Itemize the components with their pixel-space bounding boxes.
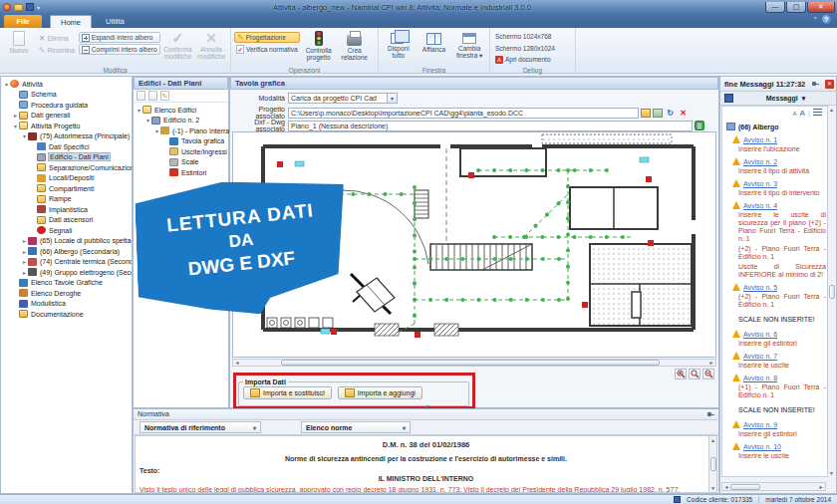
scroll-right-icon[interactable]: ► (817, 484, 825, 490)
tree-item[interactable]: ▾Attività (1, 79, 132, 90)
new-item-icon[interactable] (137, 91, 145, 101)
tree-item[interactable]: Rampe (1, 194, 132, 205)
close-panel-icon[interactable]: ✕ (825, 80, 834, 89)
scroll-right-icon[interactable]: ► (707, 360, 715, 366)
edit-item-icon[interactable]: ✎ (160, 91, 169, 101)
warning-link[interactable]: Avviso n. 4 (743, 202, 777, 209)
open-icon[interactable] (14, 4, 23, 11)
warning-link[interactable]: Avviso n. 6 (743, 331, 777, 338)
canvas-horizontal-scrollbar[interactable]: ◄ ► (232, 359, 716, 367)
tree-item[interactable]: Schema (1, 90, 132, 101)
tree-item[interactable]: Segnali (1, 225, 132, 236)
tree-item[interactable]: ▾Edificio n. 2 (134, 116, 228, 126)
splitter-collapse-icon[interactable]: ▼ (424, 404, 430, 410)
tree-item[interactable]: ▸(66) Albergo (Secondaria) (1, 246, 132, 257)
maximize-button[interactable]: ▢ (786, 2, 806, 13)
apri-documento-button[interactable]: A Apri documento (493, 54, 557, 65)
warning-item[interactable]: Avviso n. 1 (722, 132, 834, 144)
preview-icon[interactable] (653, 109, 663, 118)
scroll-thumb[interactable] (829, 285, 835, 299)
expand-icon[interactable]: ▸ (21, 237, 28, 244)
warning-link[interactable]: Avviso n. 2 (743, 158, 777, 165)
tab-file[interactable]: File (4, 15, 42, 28)
tree-item[interactable]: Locali/Depositi (1, 173, 132, 184)
warning-link[interactable]: Avviso n. 9 (743, 421, 777, 428)
scroll-up-icon[interactable]: ▲ (828, 107, 836, 113)
warning-item[interactable]: Avviso n. 3 (722, 176, 834, 188)
elimina-button[interactable]: ✕ Elimina (37, 33, 77, 44)
tree-item[interactable]: Compartimenti (1, 183, 132, 194)
messages-vertical-scrollbar[interactable]: ▲ ▼ (827, 106, 835, 477)
crea-relazione-button[interactable]: Crea relazione (338, 30, 372, 65)
tree-item[interactable]: Estintori (134, 167, 228, 178)
warning-link[interactable]: Avviso n. 10 (743, 443, 781, 450)
warning-item[interactable]: Avviso n. 9 (722, 417, 834, 429)
tree-item[interactable]: Documentazione (1, 309, 132, 320)
warning-link[interactable]: Avviso n. 8 (743, 375, 777, 381)
comprimi-albero-button[interactable]: Comprimi intero albero (79, 44, 160, 55)
save-messages-icon[interactable] (724, 94, 733, 103)
normativa-document[interactable]: D.M. n. 38 del 01/02/1986 Norme di sicur… (135, 435, 717, 493)
browse-folder-icon[interactable] (641, 109, 651, 118)
collapse-icon[interactable]: ▾ (136, 107, 142, 114)
scroll-thumb[interactable] (710, 457, 716, 471)
tree-item[interactable]: Elenco Tavole Grafiche (1, 278, 132, 289)
tree-item[interactable]: ▾(75) Autorimessa (Principale) (1, 131, 132, 142)
nuovo-button[interactable]: Nuovo (3, 30, 35, 65)
expand-icon[interactable]: ▸ (21, 258, 28, 265)
tree-item[interactable]: Tavola grafica (134, 136, 228, 147)
elenco-norme-dropdown[interactable]: Elenco norme▾ (301, 421, 411, 433)
schermo-1280-button[interactable]: Schermo 1280x1024 (493, 43, 557, 54)
normativa-riferimento-dropdown[interactable]: Normativa di riferimento▾ (140, 421, 261, 433)
tab-home[interactable]: Home (50, 15, 92, 28)
minimize-button[interactable]: — (765, 2, 785, 13)
warning-item[interactable]: Avviso n. 6 (722, 327, 834, 339)
collapse-icon[interactable]: ▾ (153, 127, 160, 134)
rinomina-button[interactable]: ✎ Rinomina (37, 45, 77, 56)
scroll-down-icon[interactable]: ▼ (709, 485, 717, 491)
close-button[interactable]: ✕ (807, 2, 835, 13)
scroll-up-icon[interactable]: ▲ (709, 437, 717, 443)
collapse-icon[interactable]: ▾ (12, 123, 19, 129)
tree-item[interactable]: Modulistica (1, 299, 132, 310)
collapse-icon[interactable]: ▾ (21, 132, 28, 139)
refresh-icon[interactable]: ↻ (665, 108, 676, 119)
messaggi-dropdown[interactable]: Messaggi▾ (766, 95, 805, 103)
messages-group-row[interactable]: (66) Albergo (722, 120, 834, 132)
controlla-progetto-button[interactable]: Controlla progetto (302, 30, 336, 65)
zoom-extents-icon[interactable] (675, 369, 687, 379)
messages-horizontal-scrollbar[interactable]: ◄ ► (721, 482, 826, 491)
warning-item[interactable]: Avviso n. 7 (722, 349, 834, 361)
expand-icon[interactable]: ▸ (12, 112, 19, 119)
collapse-icon[interactable]: ▾ (3, 81, 10, 88)
remove-icon[interactable]: ✕ (678, 108, 689, 119)
cambia-finestra-button[interactable]: Cambia finestra ▾ (452, 30, 486, 65)
tree-item[interactable]: Edificio - Dati Piani (1, 152, 132, 163)
tree-item[interactable]: Separazione/Comunicazione (1, 162, 132, 173)
font-decrease-icon[interactable]: A (793, 111, 797, 117)
progettazione-button[interactable]: ✎ Progettazione (234, 32, 300, 43)
espandi-albero-button[interactable]: Espandi intero albero (79, 32, 160, 43)
tree-item[interactable]: ▸(65) Locale di pubblico spettacolo (Se (1, 236, 132, 247)
copy-item-icon[interactable] (148, 91, 157, 101)
save-icon[interactable] (26, 3, 34, 11)
warning-link[interactable]: Avviso n. 5 (743, 284, 777, 291)
zoom-in-icon[interactable] (689, 369, 700, 379)
warning-item[interactable]: Avviso n. 5 (722, 280, 834, 292)
tree-item[interactable]: Dati Specifici (1, 141, 132, 152)
schermo-1024-button[interactable]: Schermo 1024x768 (493, 31, 557, 42)
font-increase-icon[interactable]: A (800, 109, 805, 118)
tree-item[interactable]: Uscite/Ingressi (134, 146, 228, 157)
tree-item[interactable]: Elenco Deroghe (1, 288, 132, 299)
importa-aggiungi-button[interactable]: Importa e aggiungi (338, 386, 422, 399)
tree-item[interactable]: Procedura guidata (1, 100, 132, 111)
modalita-dropdown-icon[interactable]: ▾ (388, 93, 398, 104)
warning-item[interactable]: Avviso n. 8 (722, 371, 834, 382)
tree-item[interactable]: ▾(-1) - Piano Interrato (134, 126, 228, 136)
scroll-down-icon[interactable]: ▼ (828, 470, 836, 476)
scroll-left-icon[interactable]: ◄ (233, 360, 241, 366)
collapse-icon[interactable]: ▾ (144, 117, 151, 124)
warning-link[interactable]: Avviso n. 1 (743, 136, 777, 143)
dxf-list-icon[interactable] (695, 121, 704, 130)
app-logo-icon[interactable] (3, 3, 11, 11)
